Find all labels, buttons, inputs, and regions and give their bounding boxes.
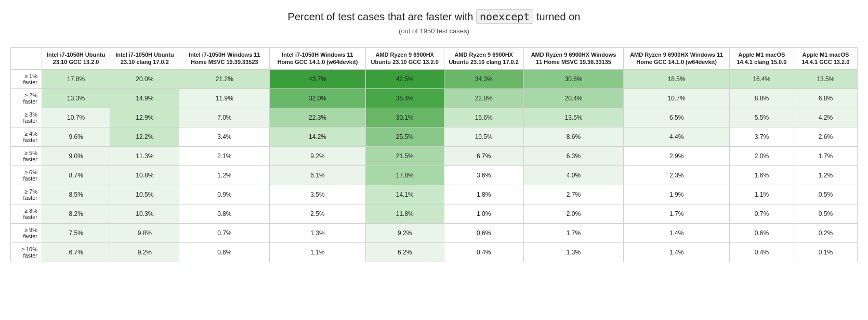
cell-2-4: 30.1% <box>365 108 444 127</box>
cell-0-7: 18.5% <box>624 69 730 88</box>
title-keyword: noexcept <box>476 9 533 24</box>
table-row: ≥ 10%faster6.7%9.2%0.6%1.1%6.2%0.4%1.3%1… <box>11 242 858 262</box>
cell-7-4: 11.8% <box>365 204 444 223</box>
header-col-3: Intel i7-1050H Windows 11 Home MSVC 19.3… <box>179 48 270 70</box>
cell-4-1: 11.3% <box>110 146 179 165</box>
cell-4-9: 1.7% <box>794 146 857 165</box>
cell-9-4: 6.2% <box>365 242 444 262</box>
table-wrapper: Intel i7-1050H Ubuntu 23.10 GCC 13.2.0In… <box>10 47 858 262</box>
header-col-2: Intel i7-1050H Ubuntu 23.10 clang 17.0.2 <box>110 48 179 70</box>
cell-0-0: 17.8% <box>42 69 110 88</box>
table-row: ≥ 2%faster13.3%14.9%11.9%32.0%35.4%22.8%… <box>11 88 858 108</box>
cell-7-2: 0.8% <box>179 204 270 223</box>
cell-8-3: 1.3% <box>270 223 366 242</box>
cell-9-8: 0.4% <box>729 242 794 262</box>
cell-6-7: 1.9% <box>624 185 730 204</box>
header-col-7: AMD Ryzen 9 6900HX Windows 11 Home MSVC … <box>523 48 624 70</box>
header-col-4: Intel i7-1050H Windows 11 Home GCC 14.1.… <box>270 48 366 70</box>
cell-2-2: 7.0% <box>179 108 270 127</box>
cell-9-1: 9.2% <box>110 242 179 262</box>
cell-7-3: 2.5% <box>270 204 366 223</box>
table-row: ≥ 1%faster17.8%20.0%21.2%43.7%42.5%34.3%… <box>11 69 858 88</box>
cell-5-1: 10.8% <box>110 165 179 185</box>
cell-8-4: 9.2% <box>365 223 444 242</box>
cell-6-9: 0.5% <box>794 185 857 204</box>
table-body: ≥ 1%faster17.8%20.0%21.2%43.7%42.5%34.3%… <box>11 69 858 262</box>
cell-0-9: 13.5% <box>794 69 857 88</box>
cell-6-5: 1.8% <box>444 185 523 204</box>
cell-2-1: 12.9% <box>110 108 179 127</box>
cell-6-3: 3.5% <box>270 185 366 204</box>
cell-0-6: 30.6% <box>523 69 624 88</box>
cell-9-6: 1.3% <box>523 242 624 262</box>
cell-1-8: 8.8% <box>729 88 794 108</box>
cell-5-3: 6.1% <box>270 165 366 185</box>
cell-3-3: 14.2% <box>270 127 366 146</box>
cell-6-8: 1.1% <box>729 185 794 204</box>
cell-8-2: 0.7% <box>179 223 270 242</box>
cell-9-2: 0.6% <box>179 242 270 262</box>
table-row: ≥ 3%faster10.7%12.9%7.0%22.3%30.1%15.6%1… <box>11 108 858 127</box>
header-row: Intel i7-1050H Ubuntu 23.10 GCC 13.2.0In… <box>11 48 858 70</box>
cell-5-4: 17.8% <box>365 165 444 185</box>
header-empty <box>11 48 42 70</box>
cell-8-1: 9.8% <box>110 223 179 242</box>
title-before: Percent of test cases that are faster wi… <box>288 11 476 22</box>
cell-4-5: 6.7% <box>444 146 523 165</box>
cell-9-0: 6.7% <box>42 242 110 262</box>
row-label-2: ≥ 3%faster <box>11 108 42 127</box>
cell-4-6: 6.3% <box>523 146 624 165</box>
cell-1-3: 32.0% <box>270 88 366 108</box>
row-label-5: ≥ 6%faster <box>11 165 42 185</box>
cell-1-4: 35.4% <box>365 88 444 108</box>
row-label-8: ≥ 9%faster <box>11 223 42 242</box>
data-table: Intel i7-1050H Ubuntu 23.10 GCC 13.2.0In… <box>10 47 858 262</box>
cell-9-3: 1.1% <box>270 242 366 262</box>
cell-0-5: 34.3% <box>444 69 523 88</box>
table-row: ≥ 4%faster9.6%12.2%3.4%14.2%25.5%10.5%8.… <box>11 127 858 146</box>
cell-1-6: 20.4% <box>523 88 624 108</box>
cell-4-3: 9.2% <box>270 146 366 165</box>
table-row: ≥ 6%faster8.7%10.8%1.2%6.1%17.8%3.6%4.0%… <box>11 165 858 185</box>
cell-8-0: 7.5% <box>42 223 110 242</box>
header-col-5: AMD Ryzen 9 6900HX Ubuntu 23.10 GCC 13.2… <box>365 48 444 70</box>
row-label-9: ≥ 10%faster <box>11 242 42 262</box>
table-row: ≥ 8%faster8.2%10.3%0.8%2.5%11.8%1.0%2.0%… <box>11 204 858 223</box>
cell-5-7: 2.3% <box>624 165 730 185</box>
cell-1-7: 10.7% <box>624 88 730 108</box>
header-col-8: AMD Ryzen 9 6900HX Windows 11 Home GCC 1… <box>624 48 730 70</box>
cell-6-1: 10.5% <box>110 185 179 204</box>
cell-8-7: 1.4% <box>624 223 730 242</box>
cell-5-6: 4.0% <box>523 165 624 185</box>
cell-8-8: 0.6% <box>729 223 794 242</box>
cell-7-6: 2.0% <box>523 204 624 223</box>
cell-1-1: 14.9% <box>110 88 179 108</box>
cell-9-5: 0.4% <box>444 242 523 262</box>
cell-3-1: 12.2% <box>110 127 179 146</box>
cell-7-1: 10.3% <box>110 204 179 223</box>
cell-1-2: 11.9% <box>179 88 270 108</box>
cell-3-4: 25.5% <box>365 127 444 146</box>
cell-8-6: 1.7% <box>523 223 624 242</box>
cell-2-9: 4.2% <box>794 108 857 127</box>
row-label-0: ≥ 1%faster <box>11 69 42 88</box>
cell-2-7: 6.5% <box>624 108 730 127</box>
cell-1-9: 6.8% <box>794 88 857 108</box>
cell-3-2: 3.4% <box>179 127 270 146</box>
title-after: turned on <box>533 11 580 22</box>
cell-4-8: 2.0% <box>729 146 794 165</box>
row-label-6: ≥ 7%faster <box>11 185 42 204</box>
cell-3-5: 10.5% <box>444 127 523 146</box>
cell-6-2: 0.9% <box>179 185 270 204</box>
cell-6-6: 2.7% <box>523 185 624 204</box>
row-label-1: ≥ 2%faster <box>11 88 42 108</box>
cell-3-6: 8.6% <box>523 127 624 146</box>
cell-7-8: 0.7% <box>729 204 794 223</box>
page-title: Percent of test cases that are faster wi… <box>10 10 858 23</box>
header-col-1: Intel i7-1050H Ubuntu 23.10 GCC 13.2.0 <box>42 48 110 70</box>
cell-1-5: 22.8% <box>444 88 523 108</box>
table-row: ≥ 5%faster9.0%11.3%2.1%9.2%21.5%6.7%6.3%… <box>11 146 858 165</box>
cell-9-9: 0.1% <box>794 242 857 262</box>
cell-0-1: 20.0% <box>110 69 179 88</box>
header-col-10: Apple M1 macOS 14.4.1 GCC 13.2.0 <box>794 48 857 70</box>
